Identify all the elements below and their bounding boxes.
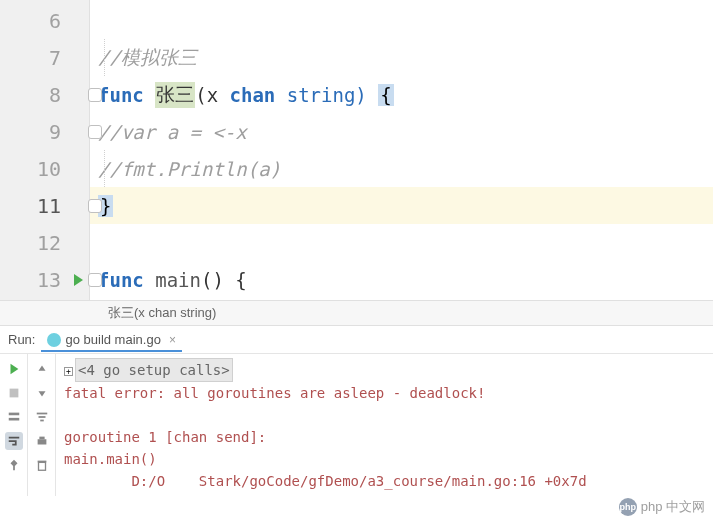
line-number-current: 11	[0, 187, 89, 224]
console-error-line: main.main()	[64, 448, 705, 470]
line-number: 13	[0, 261, 89, 298]
svg-rect-1	[8, 413, 19, 416]
run-panel: Run: go build main.go × +<4 go setup cal…	[0, 326, 713, 496]
line-number: 8	[0, 76, 89, 113]
line-number: 7	[0, 39, 89, 76]
fold-icon[interactable]	[88, 125, 102, 139]
svg-rect-6	[37, 439, 46, 444]
run-label: Run:	[2, 332, 41, 347]
code-line[interactable]: //fmt.Println(a)	[90, 150, 713, 187]
watermark: php php 中文网	[619, 498, 705, 516]
code-line[interactable]: //模拟张三	[90, 39, 713, 76]
code-line[interactable]	[90, 2, 713, 39]
console-line: +<4 go setup calls>	[64, 358, 705, 382]
run-line-icon[interactable]	[74, 274, 83, 286]
line-number: 10	[0, 150, 89, 187]
scroll-down-button[interactable]	[33, 384, 51, 402]
print-button[interactable]	[33, 432, 51, 450]
code-line[interactable]: //var a = <-x	[90, 113, 713, 150]
code-content[interactable]: //模拟张三 func 张三(x chan string) { //var a …	[90, 0, 713, 300]
pin-button[interactable]	[5, 456, 23, 474]
filter-button[interactable]	[33, 408, 51, 426]
line-number: 9	[0, 113, 89, 150]
fold-icon[interactable]	[88, 88, 102, 102]
svg-rect-2	[8, 418, 19, 421]
svg-rect-9	[37, 461, 46, 463]
console-line	[64, 404, 705, 426]
svg-rect-8	[38, 462, 45, 470]
run-tab[interactable]: go build main.go ×	[41, 332, 181, 347]
code-line[interactable]: func 张三(x chan string) {	[90, 76, 713, 113]
code-line[interactable]	[90, 224, 713, 261]
code-line-current[interactable]: }	[90, 187, 713, 224]
run-tab-title: go build main.go	[65, 332, 160, 347]
expand-icon[interactable]: +	[64, 367, 73, 376]
console-error-line: D:/O Stark/goCode/gfDemo/a3_course/main.…	[64, 470, 705, 492]
fold-icon[interactable]	[88, 199, 102, 213]
svg-rect-3	[36, 413, 47, 415]
run-toolbar-secondary	[28, 354, 56, 496]
layout-button[interactable]	[5, 408, 23, 426]
console-error-line: goroutine 1 [chan send]:	[64, 426, 705, 448]
breadcrumb[interactable]: 张三(x chan string)	[0, 300, 713, 326]
run-panel-header: Run: go build main.go ×	[0, 326, 713, 354]
php-icon: php	[619, 498, 637, 516]
scroll-up-button[interactable]	[33, 360, 51, 378]
rerun-button[interactable]	[5, 360, 23, 378]
delete-button[interactable]	[33, 456, 51, 474]
console-error-line: fatal error: all goroutines are asleep -…	[64, 382, 705, 404]
stop-button[interactable]	[5, 384, 23, 402]
svg-rect-0	[9, 389, 18, 398]
code-editor[interactable]: 6 7 8 9 10 11 12 13 //模拟张三 func 张三(x cha…	[0, 0, 713, 300]
close-icon[interactable]: ×	[169, 333, 176, 347]
svg-rect-5	[40, 420, 44, 422]
console-output[interactable]: +<4 go setup calls> fatal error: all gor…	[56, 354, 713, 496]
soft-wrap-button[interactable]	[5, 432, 23, 450]
svg-rect-7	[39, 437, 44, 440]
line-number: 12	[0, 224, 89, 261]
code-line[interactable]: func main() {	[90, 261, 713, 298]
line-number: 6	[0, 2, 89, 39]
run-toolbar-primary	[0, 354, 28, 496]
line-number-gutter: 6 7 8 9 10 11 12 13	[0, 0, 90, 300]
svg-rect-4	[38, 416, 45, 418]
go-icon	[47, 333, 61, 347]
fold-icon[interactable]	[88, 273, 102, 287]
